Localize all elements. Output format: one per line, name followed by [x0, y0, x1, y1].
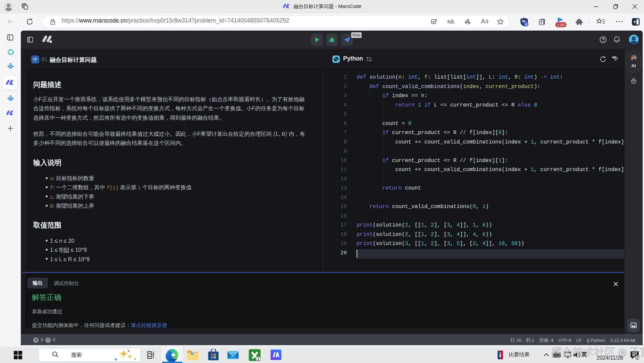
- svg-text:1: 1: [257, 357, 259, 362]
- svg-text:4: 4: [525, 22, 527, 27]
- svg-text:1.00: 1.00: [557, 23, 564, 27]
